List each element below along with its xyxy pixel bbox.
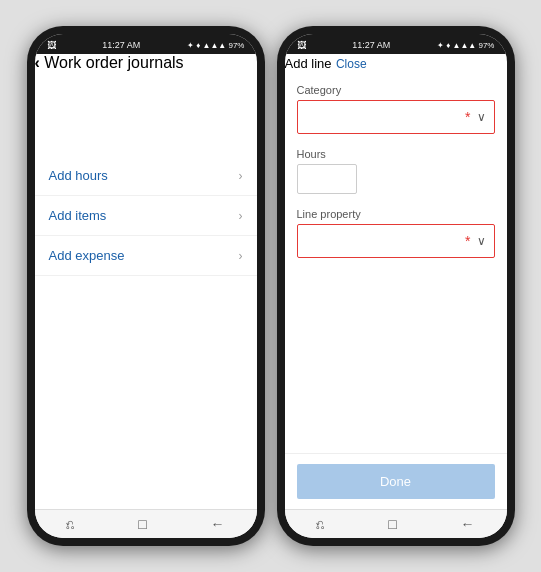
status-right-icons-right: ✦ ♦ ▲▲▲ 97% [437,41,495,50]
menu-item-add-items[interactable]: Add items › [35,196,257,236]
line-property-dropdown[interactable]: * ∨ [297,224,495,258]
app-header-right: Add line Close [285,54,507,72]
screen-left: 🖼 11:27 AM ✦ ♦ ▲▲▲ 97% ‹ Work order jour… [35,34,257,538]
line-property-dropdown-arrow-icon: ∨ [477,234,486,248]
status-time-left: 11:27 AM [102,40,140,50]
app-header-left: ‹ Work order journals [35,54,257,72]
menu-list: Add hours › Add items › Add expense › [35,152,257,509]
category-label: Category [297,84,495,96]
status-left-icons: 🖼 [47,40,56,50]
hours-input[interactable] [297,164,357,194]
camera-icon: 🖼 [47,40,56,50]
nav-back-right[interactable]: ← [461,516,475,532]
nav-home-right[interactable]: □ [388,516,396,532]
done-button-area: Done [285,453,507,509]
line-property-required-star: * [465,233,470,249]
chevron-right-icon-hours: › [239,169,243,183]
camera-icon-right: 🖼 [297,40,306,50]
nav-back-left[interactable]: ← [211,516,225,532]
field-group-line-property: Line property * ∨ [297,208,495,258]
signal-icons-left: ✦ ♦ ▲▲▲ 97% [187,41,245,50]
status-bar-right: 🖼 11:27 AM ✦ ♦ ▲▲▲ 97% [285,34,507,54]
tab-bar: Vehicle Engine NY-01-WH-3 Service [35,72,257,152]
menu-item-add-hours[interactable]: Add hours › [35,156,257,196]
field-group-category: Category * ∨ [297,84,495,134]
status-bar-left: 🖼 11:27 AM ✦ ♦ ▲▲▲ 97% [35,34,257,54]
category-dropdown-arrow-icon: ∨ [477,110,486,124]
line-property-label: Line property [297,208,495,220]
category-required-star: * [465,109,470,125]
bottom-nav-left: ⎌ □ ← [35,509,257,538]
chevron-right-icon-items: › [239,209,243,223]
form-area: Category * ∨ Hours Line property [285,72,507,453]
menu-item-add-expense[interactable]: Add expense › [35,236,257,276]
back-button[interactable]: ‹ [35,54,40,71]
tab-vehicle[interactable]: Vehicle Engine [35,72,257,98]
bottom-nav-right: ⎌ □ ← [285,509,507,538]
nav-recent-right[interactable]: ⎌ [316,516,324,532]
tab-service[interactable]: Service [35,124,257,152]
done-button[interactable]: Done [297,464,495,499]
close-button[interactable]: Close [336,57,367,71]
status-time-right: 11:27 AM [352,40,390,50]
header-title-left: Work order journals [44,54,183,71]
tab-plate[interactable]: NY-01-WH-3 [35,98,257,124]
nav-recent-left[interactable]: ⎌ [66,516,74,532]
chevron-right-icon-expense: › [239,249,243,263]
signal-icons-right: ✦ ♦ ▲▲▲ 97% [437,41,495,50]
status-right-icons-left: ✦ ♦ ▲▲▲ 97% [187,41,245,50]
field-group-hours: Hours [297,148,495,194]
phone-left: 🖼 11:27 AM ✦ ♦ ▲▲▲ 97% ‹ Work order jour… [27,26,265,546]
nav-home-left[interactable]: □ [138,516,146,532]
hours-label: Hours [297,148,495,160]
category-dropdown[interactable]: * ∨ [297,100,495,134]
phone-right: 🖼 11:27 AM ✦ ♦ ▲▲▲ 97% Add line Close Ca… [277,26,515,546]
screen-right: 🖼 11:27 AM ✦ ♦ ▲▲▲ 97% Add line Close Ca… [285,34,507,538]
status-left-icons-right: 🖼 [297,40,306,50]
add-line-title: Add line [285,56,332,71]
